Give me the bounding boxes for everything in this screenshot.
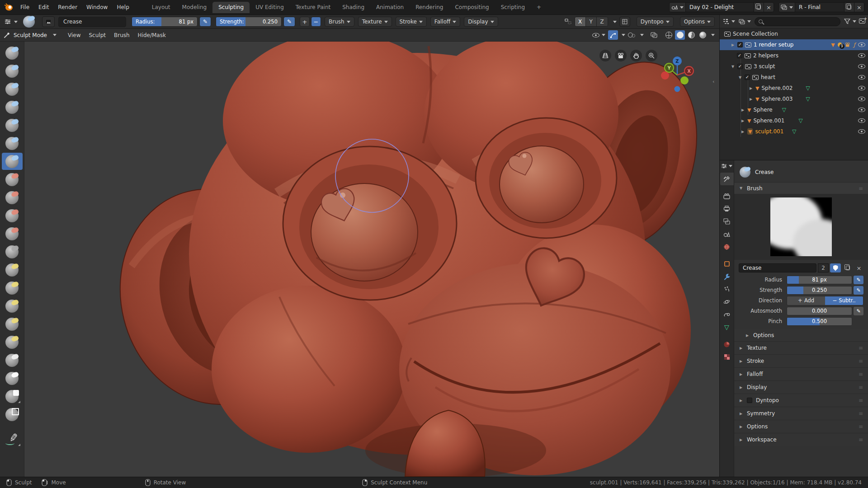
viewport-menu[interactable]: Hide/Mask xyxy=(134,31,170,40)
collapse-icon[interactable]: ▼ xyxy=(738,75,742,80)
outliner-search-input[interactable] xyxy=(755,17,840,26)
mask[interactable] xyxy=(2,370,23,387)
properties-editor-type-button[interactable] xyxy=(721,163,732,169)
overlays-button[interactable] xyxy=(627,30,637,40)
expand-icon[interactable]: ▶ xyxy=(749,97,753,101)
section-brush-options[interactable]: ▶ Options xyxy=(734,329,868,341)
hide-toggle[interactable] xyxy=(858,75,865,80)
shading-rendered-button[interactable] xyxy=(698,30,708,40)
navigation-gizmo[interactable]: Z Y X xyxy=(658,54,697,93)
radius-pressure-button[interactable]: ✎ xyxy=(199,17,211,27)
dyntopo-detail-button[interactable] xyxy=(619,17,630,27)
autosmooth-slider[interactable]: 0.000 xyxy=(787,307,852,315)
hide-toggle[interactable] xyxy=(858,118,865,123)
viewport-canvas[interactable]: Z Y X ‹ xyxy=(0,42,719,477)
perspective-button[interactable] xyxy=(599,50,611,61)
tab-object[interactable] xyxy=(720,258,734,270)
tool-settings-menu[interactable]: Texture xyxy=(358,17,392,27)
collapse-icon[interactable]: ▼ xyxy=(731,65,735,69)
tab-world[interactable] xyxy=(720,240,734,253)
hide-toggle[interactable] xyxy=(858,53,865,58)
workspace-tab[interactable]: Texture Paint xyxy=(290,2,336,13)
scene-name-field[interactable]: Day 02 - Delight xyxy=(686,4,754,10)
radius-slider[interactable]: 81 px xyxy=(787,276,852,284)
property-section-header[interactable]: ▶ Symmetry ≡ xyxy=(734,407,868,420)
tab-modifiers[interactable] xyxy=(720,270,734,283)
tab-material[interactable] xyxy=(720,338,734,351)
texture-slot-button[interactable] xyxy=(42,16,55,27)
workspace-tab[interactable]: Rendering xyxy=(410,2,449,13)
workspace-tab[interactable]: Compositing xyxy=(449,2,495,13)
view-layer-remove-button[interactable]: × xyxy=(854,3,864,12)
strength-slider[interactable]: 0.250 xyxy=(787,286,852,295)
box-hide[interactable] xyxy=(2,406,23,423)
strength-pressure-button[interactable]: ✎ xyxy=(283,17,295,27)
row-sphere-002[interactable]: ▶ ▼ Sphere.002 ▽ xyxy=(720,83,868,94)
brush-panel-header[interactable]: ▼ Brush ≡ xyxy=(734,182,868,194)
fill[interactable] xyxy=(2,207,23,224)
pinch-slider[interactable]: 0.500 xyxy=(787,317,852,326)
property-section-header[interactable]: ▶ Options ≡ xyxy=(734,420,868,433)
workspace-tab[interactable]: Layout xyxy=(146,2,176,13)
brush-preview-box[interactable] xyxy=(734,194,868,260)
rotate[interactable] xyxy=(2,333,23,351)
workspace-tab[interactable]: Modeling xyxy=(176,2,213,13)
outliner-filter-button[interactable] xyxy=(844,19,856,24)
tab-active-tool[interactable] xyxy=(720,173,734,185)
symmetry-dropdown[interactable] xyxy=(613,21,617,23)
collection-checkbox[interactable] xyxy=(745,75,750,80)
annotate[interactable] xyxy=(2,431,23,448)
shading-wireframe-button[interactable] xyxy=(664,30,674,40)
brush-users-count[interactable]: 2 xyxy=(818,263,829,272)
radius-pressure-button[interactable]: ✎ xyxy=(854,276,863,284)
strength-slider[interactable]: Strength: 0.250 xyxy=(216,17,282,27)
hide-toggle[interactable] xyxy=(858,86,865,90)
collection-checkbox[interactable] xyxy=(737,64,743,69)
menu-item[interactable]: Window xyxy=(82,3,112,12)
view-layer-new-button[interactable] xyxy=(844,3,854,12)
direction-subtract-button[interactable]: −Subtr.. xyxy=(825,296,863,305)
layer[interactable] xyxy=(2,99,23,116)
tab-constraints[interactable] xyxy=(720,308,734,321)
menu-item[interactable]: Render xyxy=(54,3,81,12)
scene-unlink-button[interactable]: × xyxy=(764,3,774,12)
tool-settings-menu[interactable]: Stroke xyxy=(396,17,427,27)
viewport-menu[interactable]: Sculpt xyxy=(85,31,109,40)
menu-item[interactable]: File xyxy=(16,3,33,12)
row-sphere-003[interactable]: ▶ ▼ Sphere.003 ▽ xyxy=(720,94,868,104)
strength-pressure-button[interactable]: ✎ xyxy=(854,286,863,295)
property-section-header[interactable]: ▶ Stroke ≡ xyxy=(734,354,868,367)
new-collection-button[interactable]: + xyxy=(859,19,865,25)
menu-item[interactable]: Help xyxy=(113,3,133,12)
tab-scene[interactable] xyxy=(720,228,734,240)
dyntopo-menu[interactable]: Dyntopo xyxy=(637,17,674,27)
hide-toggle[interactable] xyxy=(858,42,865,47)
fake-user-button[interactable] xyxy=(830,263,841,272)
simplify[interactable] xyxy=(2,352,23,369)
gizmo-z-neg[interactable] xyxy=(675,86,680,92)
snake-hook[interactable] xyxy=(2,279,23,296)
row-scene-collection[interactable]: Scene Collection xyxy=(720,28,868,39)
row-sculpt-collection[interactable]: ▼ 3 sculpt xyxy=(720,61,868,72)
direction-add-button[interactable]: + xyxy=(300,17,310,27)
row-render-setup[interactable]: ▶ 1 render setup ▼ 9 ƒ xyxy=(720,39,868,50)
symmetry-axis-button[interactable]: Y xyxy=(586,17,597,26)
xray-button[interactable] xyxy=(649,30,659,40)
draw[interactable] xyxy=(2,44,23,61)
property-section-header[interactable]: ▶ Texture ≡ xyxy=(734,341,868,354)
unlink-brush-button[interactable]: × xyxy=(854,263,863,272)
gizmo-x-neg[interactable] xyxy=(661,71,669,80)
smooth[interactable] xyxy=(2,171,23,188)
symmetry-axis-button[interactable]: Z xyxy=(597,17,608,26)
expand-icon[interactable]: ▶ xyxy=(741,119,745,123)
editor-type-button[interactable] xyxy=(5,19,18,25)
outliner-display-mode-button[interactable] xyxy=(739,19,751,24)
tab-texture[interactable] xyxy=(720,351,734,363)
menu-item[interactable]: Edit xyxy=(34,3,53,12)
expand-icon[interactable]: ▶ xyxy=(749,86,753,90)
brush-preview-button[interactable] xyxy=(23,16,35,28)
crease[interactable] xyxy=(2,153,23,170)
clay[interactable] xyxy=(2,62,23,80)
duplicate-brush-button[interactable] xyxy=(842,263,853,272)
flatten[interactable] xyxy=(2,189,23,206)
